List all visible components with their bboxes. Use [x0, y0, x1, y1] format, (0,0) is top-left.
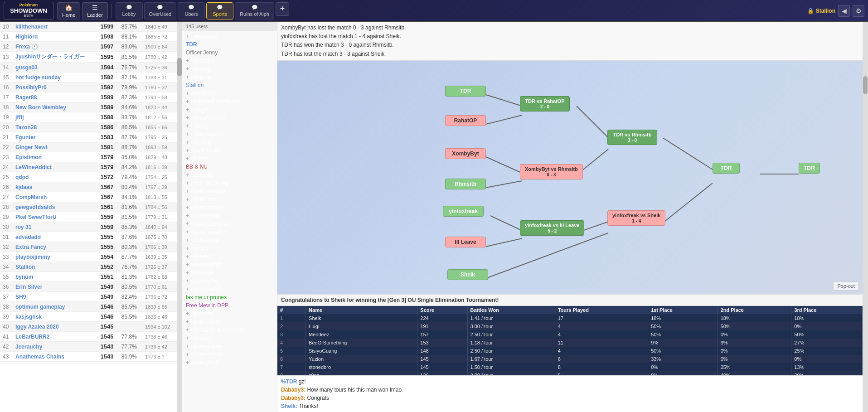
player-name-cell[interactable]: advadadd [13, 232, 97, 242]
list-item[interactable]: Stallion [182, 81, 277, 89]
player-name-cell[interactable]: playboijimmy [13, 252, 97, 262]
pop-out-button[interactable]: Pop-out [833, 281, 859, 291]
player-name-cell[interactable]: Iggy Azalea 2020 [13, 322, 97, 332]
home-button[interactable]: 🏠 Home [57, 2, 80, 19]
list-item[interactable]: +Grabby [182, 334, 277, 342]
list-item[interactable]: +abigor [182, 106, 277, 114]
tab-lobby-icon: 💬 [126, 5, 132, 10]
list-item[interactable]: fax me ur prunes [182, 293, 277, 301]
list-item[interactable]: Officer Jenny [182, 48, 277, 57]
list-item[interactable]: +deesnut [182, 252, 277, 261]
list-item[interactable]: +Alchyy [182, 122, 277, 130]
player-name-cell[interactable]: Jeerauchy [13, 342, 97, 352]
player-name-cell[interactable]: LeWineAddict [13, 162, 97, 172]
player-name-cell[interactable]: Fgunter [13, 132, 97, 142]
player-name-cell[interactable]: optimum gameplay [13, 302, 97, 312]
ladder-table: 10 killthehaxerr 1599 85.7% 1840 ± 49 11… [0, 22, 177, 362]
chat-users-list: +neycwangTDROfficer Jenny+Scrappie+Secur… [182, 31, 277, 412]
list-item[interactable]: Free Mew in DPP [182, 301, 277, 310]
list-item[interactable]: +BuluSimp [182, 195, 277, 204]
player-name-cell[interactable]: Tazon28 [13, 122, 97, 132]
player-name-cell[interactable]: kjdaas [13, 182, 97, 192]
player-name-cell[interactable]: Rager88 [13, 92, 97, 102]
player-name-cell[interactable]: New Born Wembley [13, 102, 97, 112]
player-name-cell[interactable]: Jyushinサンダー・ライガー [13, 52, 97, 63]
list-item[interactable]: +Ahnahf42069 [182, 114, 277, 122]
tab-lobby[interactable]: 💬 Lobby [116, 2, 143, 19]
table-row: 25 qdpd 1572 79.4% 1754 ± 25 [0, 172, 177, 182]
list-item[interactable]: +baloor [182, 155, 277, 163]
rank-cell: 38 [0, 302, 13, 312]
list-item[interactable]: TDR [182, 40, 277, 48]
table-row: 6 Yuzion 145 1.67 / tour 6 33% 0% 0% [277, 355, 863, 363]
list-item[interactable]: BB-8-NU [182, 163, 277, 171]
list-item[interactable]: +cynicuL [182, 244, 277, 252]
player-name-cell[interactable]: qdpd [13, 172, 97, 182]
list-item[interactable]: +fangame10 [182, 285, 277, 293]
list-item[interactable]: +breloomish21 [182, 187, 277, 195]
player-name-cell[interactable]: CompMarsh [13, 192, 97, 202]
list-item[interactable]: +Arpitraj1 [182, 138, 277, 146]
list-item[interactable]: +GOODTIMES4SURE [182, 326, 277, 334]
player-name-cell[interactable]: LeBarBURR2 [13, 332, 97, 342]
player-name-cell[interactable]: kasjsghsk [13, 312, 97, 322]
tab-overused[interactable]: 💬 OverUsed [144, 2, 177, 19]
player-name-cell[interactable]: Frexa 🕐 [13, 42, 97, 52]
player-name-cell[interactable]: killthehaxerr [13, 22, 97, 32]
list-item[interactable]: +Secura [182, 65, 277, 73]
list-item[interactable]: +crunk juice34 [182, 228, 277, 236]
add-tab-button[interactable]: + [276, 2, 289, 16]
tab-ubers[interactable]: 💬 Ubers [178, 2, 205, 19]
tab-ruins[interactable]: 💬 Ruins of Alph [235, 2, 274, 19]
bracket-node-rhmsitb: Rhmsitb [445, 179, 486, 189]
second-place-cell: 50% [718, 322, 791, 330]
list-item[interactable]: +ECIGER [182, 269, 277, 277]
player-name-cell[interactable]: Anathemas Chains [13, 352, 97, 362]
player-name-cell[interactable]: Epistimon [13, 152, 97, 162]
list-item[interactable]: +ginnettte [182, 310, 277, 318]
list-item[interactable]: +Coolcodename [182, 220, 277, 228]
chat-msg: %TDR gz! [281, 378, 859, 386]
player-name-cell[interactable]: jfffj [13, 112, 97, 122]
list-item[interactable]: +Horsehead3 [182, 350, 277, 359]
player-name-cell[interactable]: roy 31 [13, 222, 97, 232]
list-item[interactable]: +kinjana [182, 73, 277, 81]
settings-button[interactable]: ⚙ [853, 5, 864, 17]
list-item[interactable]: +Bob Bill Jimmy [182, 179, 277, 187]
results-scroll-area[interactable]: # Name Score Battles Won Tours Played 1s… [277, 306, 863, 375]
list-item[interactable]: +mc56556 [182, 89, 277, 97]
list-item[interactable]: +HunnyDoo [182, 359, 277, 367]
list-item[interactable]: +fabwooloo [182, 277, 277, 285]
list-item[interactable]: +champions41 [182, 204, 277, 212]
elo-cell: 1545 [97, 322, 118, 332]
list-item[interactable]: +Beto300 [182, 171, 277, 179]
player-name-cell[interactable]: Ginger Newt [13, 142, 97, 152]
list-item[interactable]: +gravygraves [182, 342, 277, 350]
player-name-cell[interactable]: bynum [13, 272, 97, 282]
player-name-cell[interactable]: Highlord [13, 32, 97, 42]
list-item[interactable]: +backlebuns [182, 146, 277, 155]
table-row: 37 SH9 1549 82.4% 1796 ± 72 [0, 292, 177, 302]
player-name-cell[interactable]: SH9 [13, 292, 97, 302]
player-name-cell[interactable]: Stallion [13, 262, 97, 272]
player-name-cell[interactable]: hot fudge sunday [13, 73, 97, 82]
player-name-cell[interactable]: PossiblyPr0 [13, 82, 97, 92]
list-item[interactable]: +doodoodfgh [182, 261, 277, 269]
ladder-scrollbar[interactable] [177, 22, 182, 412]
tournament-scrollbar[interactable] [863, 22, 868, 412]
list-item[interactable]: +Scrappie [182, 57, 277, 65]
tab-sports[interactable]: 💬 Sports [206, 2, 233, 19]
list-item[interactable]: +Alexninja101 [182, 130, 277, 138]
list-item[interactable]: +godpartikle [182, 318, 277, 326]
player-name-cell[interactable]: gusga03 [13, 63, 97, 73]
player-name-cell[interactable]: Pkel SweeTforU [13, 212, 97, 222]
list-item[interactable]: +1nightinTHEASIAN [182, 97, 277, 106]
player-name-cell[interactable]: gewgsdfdsafds [13, 202, 97, 212]
list-item[interactable]: +Cubielubie [182, 236, 277, 244]
ladder-button[interactable]: ☰ Ladder [82, 2, 107, 19]
player-name-cell[interactable]: Extra Fancy [13, 242, 97, 252]
player-name-cell[interactable]: Erin Silver [13, 282, 97, 292]
list-item[interactable]: +CleverGod [182, 212, 277, 220]
arrow-button[interactable]: ◀ [838, 5, 850, 17]
list-item[interactable]: +neycwang [182, 32, 277, 40]
